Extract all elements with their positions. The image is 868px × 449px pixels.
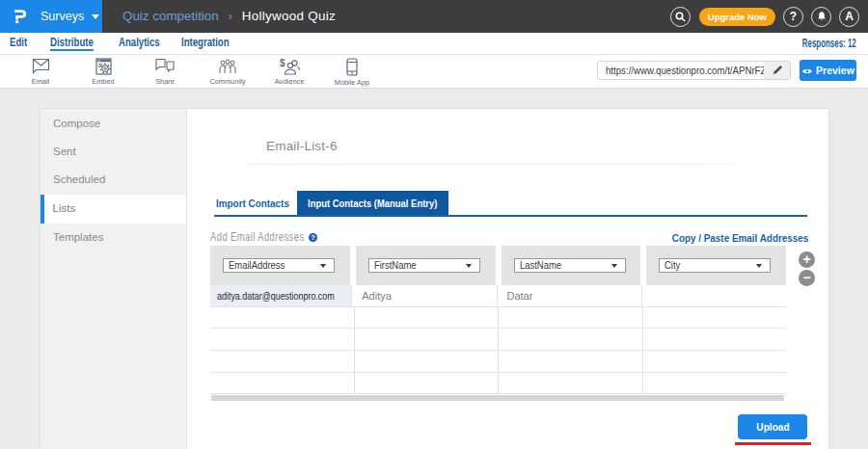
svg-text:$: $: [280, 58, 285, 68]
svg-text:“: “: [159, 60, 161, 66]
